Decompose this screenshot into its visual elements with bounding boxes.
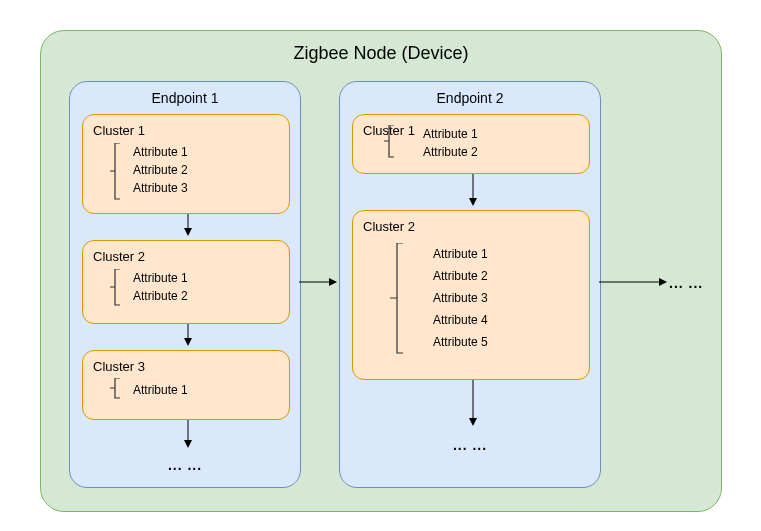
endpoint-1-ellipsis: ... ... (70, 457, 300, 473)
attribute-label: Attribute 5 (433, 331, 488, 353)
endpoint-1-cluster-1-box: Cluster 1 Attribute 1 Attribute 2 Attrib… (82, 114, 290, 214)
attribute-label: Attribute 1 (133, 143, 188, 161)
attribute-label: Attribute 2 (133, 161, 188, 179)
endpoint-1-cluster-3-box: Cluster 3 Attribute 1 (82, 350, 290, 420)
attribute-label: Attribute 1 (133, 269, 188, 287)
cluster-title: Cluster 2 (363, 219, 589, 234)
cluster-title: Cluster 1 (93, 123, 289, 138)
attribute-label: Attribute 3 (133, 179, 188, 197)
attribute-label: Attribute 1 (433, 243, 488, 265)
attribute-label: Attribute 2 (433, 265, 488, 287)
attribute-label: Attribute 3 (433, 287, 488, 309)
zigbee-node-title: Zigbee Node (Device) (41, 43, 721, 64)
endpoint-2-cluster-1-box: Cluster 1 Attribute 1 Attribute 2 (352, 114, 590, 174)
endpoint-2-ellipsis: ... ... (340, 437, 600, 453)
endpoint-1-title: Endpoint 1 (70, 90, 300, 106)
endpoint-2-box: Endpoint 2 Cluster 1 Attribute 1 Attribu… (339, 81, 601, 488)
endpoint-1-cluster-2-box: Cluster 2 Attribute 1 Attribute 2 (82, 240, 290, 324)
attribute-label: Attribute 1 (133, 381, 188, 399)
zigbee-node-box: Zigbee Node (Device) Endpoint 1 Cluster … (40, 30, 722, 512)
attribute-label: Attribute 4 (433, 309, 488, 331)
outer-ellipsis: ... ... (669, 275, 703, 291)
endpoint-2-cluster-2-box: Cluster 2 Attribute 1 Attribute 2 Attrib… (352, 210, 590, 380)
attribute-label: Attribute 1 (423, 125, 478, 143)
attribute-label: Attribute 2 (133, 287, 188, 305)
attribute-label: Attribute 2 (423, 143, 478, 161)
cluster-title: Cluster 3 (93, 359, 289, 374)
endpoint-2-title: Endpoint 2 (340, 90, 600, 106)
endpoint-1-box: Endpoint 1 Cluster 1 Attribute 1 Attribu… (69, 81, 301, 488)
cluster-title: Cluster 2 (93, 249, 289, 264)
